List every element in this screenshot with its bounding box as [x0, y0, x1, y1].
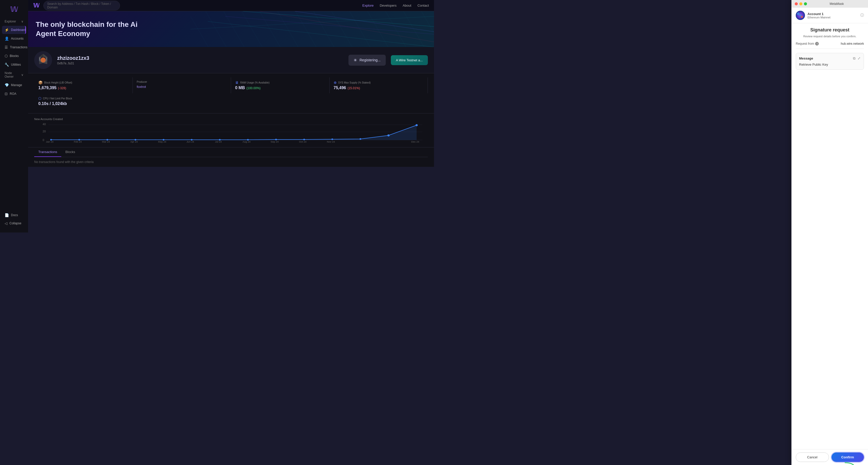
sidebar-item-label: Manage: [11, 83, 22, 87]
spinner-icon: ✳: [353, 58, 357, 63]
account-avatar-svg: [35, 52, 51, 68]
explorer-section[interactable]: Explorer ∨: [2, 18, 26, 25]
svg-text:20: 20: [43, 130, 46, 133]
manage-icon: 💎: [5, 83, 9, 87]
stat-value-ram: 0 MB: [235, 86, 245, 90]
chart-container: 40 20 0: [34, 123, 428, 143]
nav-contact[interactable]: Contact: [417, 4, 429, 7]
wire-logo-text: 𝕎: [33, 2, 39, 9]
node-owner-label: Node Owner: [5, 71, 21, 79]
stat-sub-sys: (15.01%): [347, 86, 360, 90]
tabs: Transactions Blocks: [34, 147, 428, 157]
svg-text:Nov 24: Nov 24: [327, 140, 335, 143]
svg-marker-12: [39, 54, 43, 57]
svg-point-33: [360, 138, 361, 140]
no-transactions-message: No transactions found with the given cri…: [34, 157, 428, 167]
stat-value-producer[interactable]: foxtrot: [137, 85, 146, 89]
svg-line-5: [190, 16, 434, 29]
sidebar-item-transactions[interactable]: ☰ Transactions: [2, 43, 26, 51]
svg-text:0: 0: [43, 139, 44, 141]
transactions-icon: ☰: [5, 45, 8, 49]
search-placeholder: Search by Address / Txn Hash / Block / T…: [47, 2, 111, 9]
svg-text:Jan 24: Jan 24: [46, 140, 54, 143]
stat-sys-supply: ⊕ SYS Max Supply (% Staked) 75,496 (15.0…: [330, 78, 428, 93]
stats-section: 📦 Block Height (LIB Offset) 1,679,395 (-…: [28, 73, 434, 113]
hero-section: The only blockchain for the Ai Agent Eco…: [28, 11, 434, 47]
sidebar-item-label: Transactions: [10, 46, 27, 49]
nav-about[interactable]: About: [403, 4, 411, 7]
svg-line-1: [225, 16, 434, 34]
tab-transactions[interactable]: Transactions: [34, 147, 61, 157]
hero-title: The only blockchain for the Ai Agent Eco…: [36, 20, 138, 38]
sidebar-item-utilities[interactable]: 🔧 Utilities: [2, 61, 26, 69]
sidebar-item-accounts[interactable]: 👤 Accounts: [2, 34, 26, 43]
dashboard-icon: ⚡: [5, 28, 9, 32]
svg-text:Mar 24: Mar 24: [102, 140, 110, 143]
svg-text:Apr 24: Apr 24: [130, 140, 137, 143]
svg-point-34: [387, 135, 390, 137]
stat-producer: Producer foxtrot: [133, 78, 231, 93]
account-name: zhzizooz1zx3: [57, 55, 343, 61]
block-height-icon: 📦: [38, 81, 43, 85]
registering-label: Registering...: [360, 58, 380, 62]
tab-blocks[interactable]: Blocks: [61, 147, 79, 157]
account-section: zhzizooz1zx3 0xfb7e..fa31 ✳ Registering.…: [28, 47, 434, 73]
sidebar-item-label: Dashboard: [11, 28, 26, 32]
svg-text:May 24: May 24: [158, 140, 166, 143]
testnet-label: A Wire Testnet a...: [396, 58, 423, 62]
sidebar-nav: Explorer ∨ ⚡ Dashboard 👤 Accounts ☰ Tran…: [0, 18, 28, 209]
stat-value-cpu-net: 0.10s / 1,024kb: [38, 101, 67, 106]
svg-line-0: [243, 11, 434, 27]
sidebar-item-collapse[interactable]: ◁ Collapse: [2, 219, 26, 227]
svg-point-32: [331, 139, 333, 140]
sidebar-item-blocks[interactable]: ⬡ Blocks: [2, 52, 26, 60]
svg-text:40: 40: [43, 123, 46, 125]
node-owner-section[interactable]: Node Owner ∨: [2, 69, 26, 81]
search-bar[interactable]: Search by Address / Txn Hash / Block / T…: [43, 1, 120, 10]
stat-label-ram: 🖥 RAM Usage (% Available): [235, 81, 325, 85]
topbar: 𝕎 Search by Address / Txn Hash / Block /…: [28, 0, 434, 11]
svg-marker-21: [51, 125, 416, 140]
stat-cpu-net: ⬡ CPU / Net Limit Per Block 0.10s / 1,02…: [34, 93, 133, 109]
roa-icon: ⊡: [5, 92, 8, 96]
svg-text:Oct 24: Oct 24: [299, 140, 306, 143]
explorer-label: Explorer: [5, 20, 16, 23]
svg-point-10: [40, 57, 46, 63]
sidebar-logo: 𝕎: [0, 3, 28, 18]
sys-icon: ⊕: [334, 81, 337, 85]
svg-text:Aug 24: Aug 24: [243, 140, 250, 143]
main-content: 𝕎 Search by Address / Txn Hash / Block /…: [28, 0, 434, 233]
sidebar-item-roa[interactable]: ⊡ ROA: [2, 90, 26, 98]
sidebar-item-manage[interactable]: 💎 Manage: [2, 81, 26, 89]
stat-ram: 🖥 RAM Usage (% Available) 0 MB (100.00%): [231, 78, 330, 93]
ram-icon: 🖥: [235, 81, 239, 85]
nav-explore[interactable]: Explore: [362, 4, 373, 7]
svg-point-31: [303, 139, 305, 140]
sidebar-item-label: Accounts: [11, 37, 24, 40]
stat-value-block-height: 1,679,395: [38, 86, 56, 90]
svg-text:Dec 24: Dec 24: [411, 140, 419, 143]
explorer-chevron: ∨: [21, 20, 24, 23]
stat-value-sys: 75,496: [334, 86, 346, 90]
chart-header: New Accounts Created: [34, 118, 428, 121]
svg-text:Jun 24: Jun 24: [186, 140, 194, 143]
svg-text:Feb 24: Feb 24: [74, 140, 82, 143]
svg-line-4: [295, 11, 434, 32]
tabs-section: Transactions Blocks No transactions foun…: [28, 147, 434, 167]
node-owner-chevron: ∨: [21, 73, 24, 77]
sidebar-item-label: Docs: [11, 213, 18, 217]
svg-text:Sep 24: Sep 24: [271, 140, 279, 143]
sidebar-item-label: ROA: [10, 92, 16, 95]
testnet-button[interactable]: A Wire Testnet a...: [391, 55, 428, 65]
account-address: 0xfb7e..fa31: [57, 62, 343, 65]
nav-links: Explore Developers About Contact: [362, 4, 429, 7]
blocks-icon: ⬡: [5, 54, 8, 58]
sidebar-item-dashboard[interactable]: ⚡ Dashboard: [2, 26, 26, 34]
account-avatar: [34, 51, 52, 69]
sidebar-item-docs[interactable]: 📄 Docs: [2, 211, 26, 219]
chart-svg: 40 20 0: [34, 123, 428, 143]
svg-point-35: [415, 124, 418, 126]
registering-button[interactable]: ✳ Registering...: [348, 55, 385, 66]
nav-developers[interactable]: Developers: [380, 4, 397, 7]
svg-point-30: [275, 139, 277, 140]
